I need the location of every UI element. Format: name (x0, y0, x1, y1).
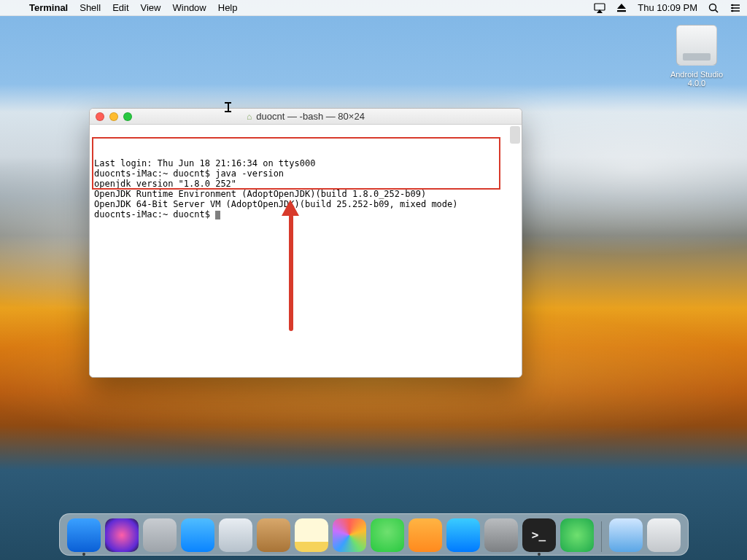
dock-app-notes[interactable] (295, 518, 328, 552)
menu-bar: Terminal Shell Edit View Window Help Thu… (0, 0, 747, 16)
disk-image-icon (676, 25, 717, 66)
terminal-content[interactable]: Last login: Thu Jun 18 21:16:34 on ttys0… (90, 125, 522, 377)
dock-app-androidstudio[interactable] (560, 518, 594, 552)
svg-point-10 (732, 7, 734, 9)
terminal-line: OpenJDK Runtime Environment (AdoptOpenJD… (94, 189, 517, 199)
terminal-line: duocnts-iMac:~ duocnt$ (94, 209, 517, 219)
svg-line-5 (716, 9, 719, 12)
dock-app-finder[interactable] (67, 518, 101, 552)
desktop-icon-label: Android Studio 4.0.0 (664, 70, 729, 88)
home-folder-icon: ⌂ (247, 112, 252, 122)
dock-app-trash[interactable] (647, 518, 681, 552)
menu-window[interactable]: Window (173, 2, 206, 13)
terminal-line: openjdk version "1.8.0_252" (94, 179, 517, 189)
menu-help[interactable]: Help (218, 2, 238, 13)
dock-app-safari[interactable] (181, 518, 214, 552)
eject-icon[interactable] (616, 2, 627, 14)
ibeam-cursor-icon (225, 102, 231, 112)
svg-point-11 (732, 9, 734, 12)
menu-shell[interactable]: Shell (80, 2, 101, 13)
dock-app-vbox[interactable] (609, 518, 643, 552)
svg-rect-0 (595, 4, 605, 10)
annotation-arrow (282, 200, 299, 331)
menu-clock[interactable]: Thu 10:09 PM (638, 2, 697, 13)
dock-app-launchpad[interactable] (143, 518, 177, 552)
window-close-button[interactable] (96, 112, 104, 121)
menu-edit[interactable]: Edit (112, 2, 128, 13)
dock-separator (601, 521, 602, 552)
svg-point-4 (710, 4, 716, 10)
spotlight-icon[interactable] (708, 2, 719, 14)
svg-point-9 (732, 4, 734, 6)
terminal-line: Last login: Thu Jun 18 21:16:34 on ttys0… (94, 158, 517, 168)
dock-app-mail[interactable] (219, 518, 252, 552)
svg-marker-2 (617, 4, 626, 9)
window-minimize-button[interactable] (109, 112, 118, 121)
window-zoom-button[interactable] (123, 112, 132, 121)
dock-app-sysprefs[interactable] (484, 518, 518, 552)
desktop-volume-android-studio[interactable]: Android Studio 4.0.0 (664, 25, 729, 88)
dock-app-siri[interactable] (105, 518, 139, 552)
dock-app-terminal[interactable] (522, 518, 556, 552)
dock-app-contacts[interactable] (257, 518, 290, 552)
scrollbar-thumb[interactable] (510, 126, 520, 144)
svg-rect-3 (617, 10, 626, 12)
window-title: duocnt — -bash — 80×24 (256, 111, 365, 122)
notification-center-icon[interactable] (729, 2, 741, 14)
menu-view[interactable]: View (141, 2, 161, 13)
menu-app-name[interactable]: Terminal (29, 2, 68, 13)
dock-app-appstore[interactable] (446, 518, 480, 552)
terminal-window[interactable]: ⌂ duocnt — -bash — 80×24 Last login: Thu… (89, 108, 522, 378)
airplay-icon[interactable] (594, 2, 605, 14)
apple-menu-icon[interactable] (6, 2, 18, 14)
dock-app-photos[interactable] (333, 518, 366, 552)
dock (59, 513, 689, 556)
dock-app-ibooks[interactable] (409, 518, 442, 552)
terminal-cursor (215, 211, 220, 219)
window-titlebar[interactable]: ⌂ duocnt — -bash — 80×24 (90, 109, 522, 125)
dock-app-messages[interactable] (371, 518, 404, 552)
terminal-line: duocnts-iMac:~ duocnt$ java -version (94, 168, 517, 179)
terminal-line: OpenJDK 64-Bit Server VM (AdoptOpenJDK)(… (94, 199, 517, 209)
